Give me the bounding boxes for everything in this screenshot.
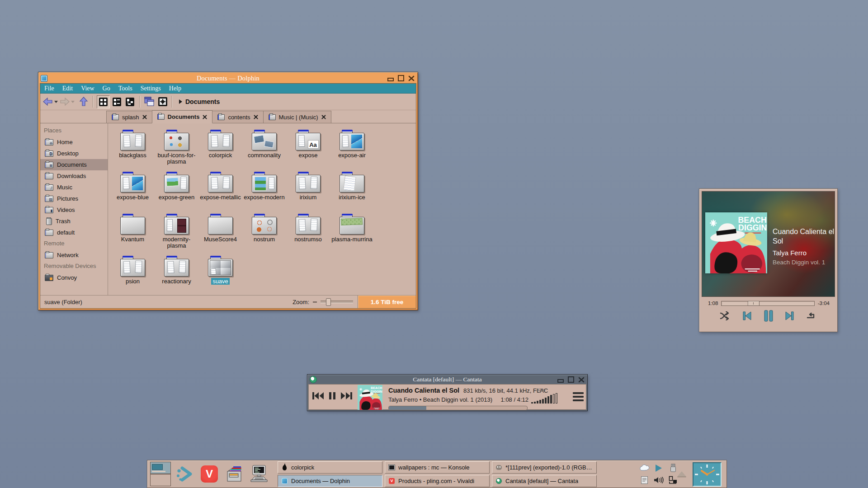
tray-expander-icon[interactable] [677,471,686,477]
folder-item-nostrum[interactable]: nostrum [242,213,286,255]
folder-item-expose-modern[interactable]: expose-modern [242,171,286,213]
folder-item-expose-air[interactable]: expose-air [330,129,374,171]
task-cantata[interactable]: Cantata [default] — Cantata [492,475,597,487]
folder-item-psion[interactable]: psion [111,255,155,295]
sidebar-item-pictures[interactable]: Pictures [40,193,108,204]
previous-button[interactable] [742,311,752,321]
tab-music[interactable]: Music | (Music) [263,111,331,123]
folder-item-expose-blue[interactable]: expose-blue [111,171,155,213]
folder-item-commonality[interactable]: commonality [242,129,286,171]
folder-item-modernity-plasma[interactable]: modernity-plasma [155,213,198,255]
breadcrumb[interactable]: Documents [179,98,220,105]
folder-item-nostrumso[interactable]: nostrumso [286,213,330,255]
sidebar-item-downloads[interactable]: Downloads [40,170,108,182]
sidebar-item-default[interactable]: default [40,227,108,238]
menu-button[interactable] [573,392,584,401]
menu-file[interactable]: File [40,85,58,92]
track-progress-bar[interactable] [388,406,528,410]
sidebar-item-desktop[interactable]: Desktop [40,148,108,159]
desktop-1-cell[interactable] [150,462,171,474]
minimize-button[interactable] [557,376,564,383]
seek-slider-handle[interactable] [748,301,760,306]
cantata-titlebar[interactable]: Cantata [default] — Cantata [308,375,586,384]
menu-settings[interactable]: Settings [137,85,165,92]
sidebar-item-documents[interactable]: Documents [40,159,108,170]
sidebar-item-videos[interactable]: Videos [40,204,108,216]
menu-view[interactable]: View [77,85,98,92]
menu-edit[interactable]: Edit [58,85,77,92]
folder-item-suave[interactable]: suave [198,255,242,295]
menu-tools[interactable]: Tools [114,85,137,92]
tab-close-icon[interactable] [321,115,326,119]
breadcrumb-location[interactable]: Documents [185,98,220,105]
terminal-launcher[interactable] [249,464,269,484]
sidebar-item-home[interactable]: Home [40,136,108,148]
vivaldi-launcher[interactable] [199,464,219,484]
folder-view[interactable]: blackglass buuf-icons-for-plasma colorpi… [108,123,416,295]
pling-store-launcher[interactable] [175,464,194,484]
zoom-out-icon[interactable] [313,301,317,303]
folder-item-plasma-murrina[interactable]: plasma-murrina [330,213,374,255]
network-icon[interactable] [669,476,678,484]
folder-item-irixium[interactable]: irixium [286,171,330,213]
folder-item-irixium-ice[interactable]: irixium-ice [330,171,374,213]
minimize-button[interactable] [387,75,394,81]
volume-control[interactable]: 82% [531,387,566,404]
zoom-slider[interactable] [321,300,353,303]
file-manager-launcher[interactable] [224,464,244,484]
tab-splash[interactable]: splash [106,111,152,123]
next-track-button[interactable] [340,391,353,401]
task-gimp[interactable]: *[111prev] (exported)-1.0 (RGB col... [492,461,597,474]
folder-item-musescore4[interactable]: MuseScore4 [198,213,242,255]
folder-item-buuf-icons-for-plasma[interactable]: buuf-icons-for-plasma [155,129,198,171]
folder-item-blackglass[interactable]: blackglass [111,129,155,171]
next-button[interactable] [785,311,795,321]
maximize-button[interactable] [397,75,405,81]
usb-device-icon[interactable] [670,464,677,473]
back-history-caret-icon[interactable] [54,101,58,103]
back-button[interactable] [43,97,58,106]
maximize-button[interactable] [567,376,575,383]
repeat-button[interactable] [805,312,816,320]
menu-go[interactable]: Go [99,85,114,92]
close-button[interactable] [578,376,585,383]
tab-close-icon[interactable] [203,115,207,119]
seek-slider[interactable] [721,301,814,306]
folder-item-expose[interactable]: expose [286,129,330,171]
split-view-button[interactable] [143,96,156,108]
stash-button[interactable] [156,96,169,108]
desktop-2-cell[interactable] [150,474,171,486]
task-dolphin[interactable]: Documents — Dolphin [278,475,382,487]
volume-icon[interactable] [653,476,664,484]
clipboard-icon[interactable] [641,476,648,484]
icons-view-button[interactable] [97,95,110,108]
details-view-button[interactable] [111,96,123,108]
weather-icon[interactable] [638,464,650,472]
dolphin-titlebar[interactable]: Documents — Dolphin [40,73,416,83]
menu-help[interactable]: Help [165,85,185,92]
close-button[interactable] [408,75,415,81]
pause-button[interactable] [328,391,336,401]
tab-close-icon[interactable] [142,115,147,119]
analog-clock[interactable] [693,462,722,487]
sidebar-item-trash[interactable]: Trash [40,216,108,227]
sidebar-item-music[interactable]: Music [40,182,108,193]
folder-item-colorpick[interactable]: colorpick [198,129,242,171]
shuffle-button[interactable] [720,311,731,320]
tab-close-icon[interactable] [254,115,258,119]
up-button[interactable] [79,97,88,107]
folder-item-reactionary[interactable]: reactionary [155,255,198,295]
folder-item-expose-metallic[interactable]: expose-metallic [198,171,242,213]
zoom-slider-handle[interactable] [326,298,331,306]
task-colorpick[interactable]: colorpick [278,461,382,474]
sidebar-item-convoy[interactable]: Convoy [40,272,108,283]
album-art-thumbnail[interactable] [358,385,382,410]
tree-view-button[interactable] [124,96,136,108]
media-play-icon[interactable] [655,464,663,472]
task-vivaldi[interactable]: Products - pling.com - Vivaldi [385,475,490,487]
folder-item-kvantum[interactable]: Kvantum [111,213,155,255]
previous-track-button[interactable] [311,391,324,401]
volume-bars-icon[interactable] [531,393,566,404]
folder-item-expose-green[interactable]: expose-green [155,171,198,213]
tab-contents[interactable]: contents [212,111,263,123]
